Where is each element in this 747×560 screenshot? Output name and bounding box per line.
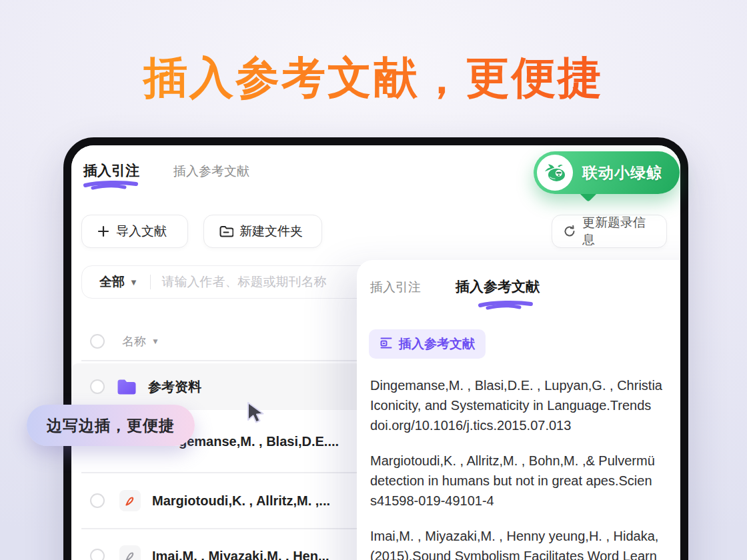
sort-caret-icon[interactable]: ▼ — [151, 337, 159, 346]
filter-dropdown[interactable]: 全部 ▼ — [99, 273, 138, 291]
whale-icon — [537, 155, 573, 191]
chevron-down-icon: ▼ — [129, 277, 138, 287]
page: 插入参考文献，更便捷 插入引注 插入参考文献 导入文献 — [0, 0, 747, 560]
row-label: Imai,M. , Miyazaki,M. , Hen... — [152, 549, 329, 560]
reference-entry[interactable]: Dingemanse,M. , Blasi,D.E. , Lupyan,G. ,… — [370, 375, 688, 435]
row-label: gemanse,M. , Blasi,D.E.... — [179, 434, 339, 449]
select-all-radio[interactable] — [90, 334, 105, 349]
list-row-folder[interactable]: 参考资料 — [71, 363, 373, 410]
tab-insert-citation[interactable]: 插入引注 — [83, 161, 139, 180]
column-name-label: 名称 — [122, 333, 146, 349]
divider — [81, 360, 371, 361]
tab-underline-squiggle — [82, 180, 139, 190]
green-whale-badge[interactable]: 联动小绿鲸 — [534, 151, 680, 194]
list-row-pdf[interactable]: Imai,M. , Miyazaki,M. , Hen... — [71, 529, 373, 560]
reference-entry[interactable]: Imai,M. , Miyazaki,M. , Henny yeung,H. ,… — [370, 526, 688, 560]
list-header: 名称 ▼ — [71, 327, 371, 356]
row-radio[interactable] — [90, 549, 105, 560]
row-label: Margiotoudi,K. , Allritz,M. ,... — [152, 493, 330, 509]
page-title: 插入参考文献，更便捷 — [0, 48, 747, 108]
pdf-icon — [119, 545, 141, 560]
reference-list: Dingemanse,M. , Blasi,D.E. , Lupyan,G. ,… — [370, 375, 688, 560]
tab-insert-references[interactable]: 插入参考文献 — [456, 277, 540, 296]
insert-references-chip[interactable]: 插入参考文献 — [369, 329, 486, 359]
new-folder-icon — [219, 225, 233, 238]
reference-entry[interactable]: Margiotoudi,K. , Allritz,M. , Bohn,M. ,&… — [370, 451, 688, 511]
refresh-icon — [563, 225, 576, 238]
tab-insert-citation[interactable]: 插入引注 — [370, 279, 421, 296]
tab-underline-squiggle — [477, 300, 534, 310]
tab-insert-references[interactable]: 插入参考文献 — [173, 163, 249, 180]
divider — [150, 275, 151, 289]
folder-icon — [117, 378, 137, 395]
app-window: 插入引注 插入参考文献 导入文献 新建文件夹 — [63, 137, 688, 560]
row-label: 参考资料 — [148, 378, 201, 396]
plus-icon — [97, 225, 110, 238]
insert-reference-icon — [380, 336, 393, 353]
row-radio[interactable] — [90, 379, 105, 394]
import-literature-button[interactable]: 导入文献 — [81, 215, 188, 248]
list-row-pdf[interactable]: Margiotoudi,K. , Allritz,M. ,... — [71, 473, 373, 528]
pdf-icon — [119, 490, 141, 511]
cursor-arrow-icon — [246, 401, 267, 425]
update-bibliography-button[interactable]: 更新题录信息 — [552, 215, 667, 248]
insert-references-panel: 插入引注 插入参考文献 插入参考文献 — [357, 260, 688, 560]
callout-pill: 边写边插，更便捷 — [27, 405, 195, 446]
row-radio[interactable] — [90, 493, 105, 508]
new-folder-button[interactable]: 新建文件夹 — [203, 215, 322, 248]
